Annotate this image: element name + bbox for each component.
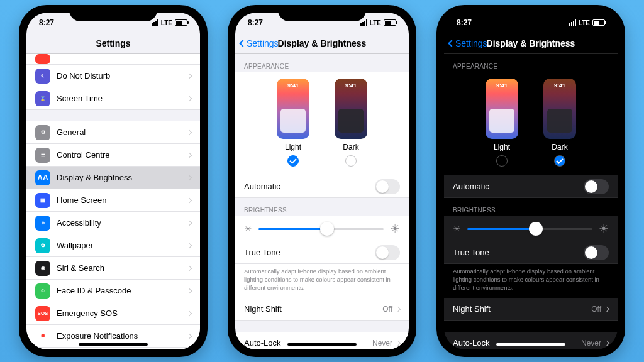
automatic-row[interactable]: Automatic	[444, 175, 618, 198]
signal-icon	[569, 19, 576, 26]
settings-row-battery[interactable]: ▮Battery	[26, 348, 200, 349]
appearance-picker: 9:41 Light 9:41 Dark	[235, 72, 409, 175]
light-radio[interactable]	[287, 155, 299, 167]
appearance-light[interactable]: 9:41 Light	[486, 79, 518, 167]
chevron-right-icon	[187, 310, 192, 315]
gear-icon: ⚙	[35, 125, 50, 140]
settings-row-face-id-passcode[interactable]: ☺Face ID & Passcode	[26, 280, 200, 302]
appearance-picker: 9:41 Light 9:41 Dark	[444, 72, 618, 175]
true-tone-row[interactable]: True Tone	[235, 241, 409, 264]
settings-row-general[interactable]: ⚙General	[26, 121, 200, 144]
AA-icon: AA	[35, 170, 50, 185]
page-title: Settings	[96, 38, 130, 48]
automatic-toggle[interactable]	[584, 179, 609, 194]
settings-row-wallpaper[interactable]: ✿Wallpaper	[26, 234, 200, 257]
dark-radio[interactable]	[554, 155, 565, 167]
row-label: Display & Brightness	[57, 173, 187, 182]
section-appearance: APPEARANCE	[444, 54, 618, 72]
appearance-dark[interactable]: 9:41 Dark	[543, 79, 576, 167]
face-icon: ☺	[35, 283, 50, 299]
home-indicator[interactable]	[496, 343, 565, 346]
SOS-icon: SOS	[35, 306, 50, 321]
page-title: Display & Brightness	[278, 38, 367, 48]
row-label: Do Not Disturb	[57, 71, 187, 80]
settings-row-siri-search[interactable]: ◉Siri & Search	[26, 257, 200, 280]
row-label: Control Centre	[57, 150, 187, 160]
display-content: APPEARANCE 9:41 Light 9:41 Dark Automati…	[235, 54, 409, 349]
grid-icon: ▦	[35, 193, 50, 208]
true-tone-label: True Tone	[244, 248, 375, 257]
status-time: 8:27	[457, 18, 472, 27]
appearance-light[interactable]: 9:41 Light	[277, 79, 309, 167]
auto-lock-row[interactable]: Auto-Lock Never	[444, 332, 618, 349]
nav-bar: Settings Display & Brightness	[235, 33, 409, 54]
row-label: Accessibility	[57, 218, 187, 228]
status-right: LTE	[152, 19, 187, 26]
automatic-label: Automatic	[244, 182, 375, 191]
light-label: Light	[285, 143, 301, 151]
auto-lock-row[interactable]: Auto-Lock Never	[235, 332, 409, 349]
home-indicator[interactable]	[79, 343, 148, 346]
nav-bar: Settings	[26, 33, 200, 54]
brightness-slider[interactable]	[467, 228, 592, 230]
automatic-toggle[interactable]	[375, 179, 400, 194]
chevron-right-icon	[187, 243, 192, 248]
settings-row-screen-time[interactable]: ⌛Screen Time	[26, 87, 200, 110]
appearance-dark[interactable]: 9:41 Dark	[335, 79, 367, 167]
page-title: Display & Brightness	[487, 38, 575, 48]
row-label: Emergency SOS	[57, 309, 187, 318]
battery-icon	[175, 19, 187, 26]
section-brightness: BRIGHTNESS	[444, 198, 618, 216]
chevron-right-icon	[604, 307, 609, 312]
display-content: APPEARANCE 9:41 Light 9:41 Dark Automati…	[444, 54, 618, 349]
back-label: Settings	[455, 38, 487, 48]
light-preview-icon: 9:41	[486, 79, 518, 139]
brightness-slider[interactable]	[258, 228, 384, 230]
light-radio[interactable]	[496, 155, 508, 167]
settings-row-do-not-disturb[interactable]: ☾Do Not Disturb	[26, 65, 200, 87]
chevron-right-icon	[187, 96, 192, 101]
true-tone-row[interactable]: True Tone	[444, 241, 618, 264]
moon-icon: ☾	[35, 69, 50, 84]
settings-row-accessibility[interactable]: ⌾Accessibility	[26, 212, 200, 234]
row-label: Face ID & Passcode	[57, 286, 187, 295]
night-shift-value: Off	[591, 305, 601, 314]
phone-display-light: 8:27 LTE Settings Display & Brightness A…	[228, 5, 416, 357]
nav-bar: Settings Display & Brightness	[444, 33, 618, 54]
home-indicator[interactable]	[287, 343, 357, 346]
flower-icon: ✿	[35, 238, 50, 253]
chevron-left-icon	[239, 40, 246, 47]
section-appearance: APPEARANCE	[235, 54, 409, 72]
dark-preview-icon: 9:41	[335, 79, 367, 139]
true-tone-toggle[interactable]	[584, 245, 609, 260]
phone-display-dark: 8:27 LTE Settings Display & Brightness A…	[436, 5, 625, 357]
battery-icon	[384, 19, 396, 26]
status-time: 8:27	[248, 18, 263, 27]
brightness-slider-row: ☀ ☀	[444, 216, 618, 241]
dark-radio[interactable]	[345, 155, 357, 167]
phone-settings: 8:27 LTE Settings ☾Do Not Disturb⌛Screen…	[19, 5, 208, 357]
true-tone-toggle[interactable]	[375, 245, 400, 260]
automatic-label: Automatic	[453, 182, 584, 191]
night-shift-row[interactable]: Night Shift Off	[444, 298, 618, 321]
settings-row-home-screen[interactable]: ▦Home Screen	[26, 189, 200, 212]
settings-row-emergency-sos[interactable]: SOSEmergency SOS	[26, 302, 200, 325]
settings-row-display-brightness[interactable]: AADisplay & Brightness	[26, 167, 200, 189]
hourglass-icon: ⌛	[35, 91, 50, 106]
settings-list[interactable]: ☾Do Not Disturb⌛Screen Time⚙General☰Cont…	[26, 54, 200, 349]
chevron-right-icon	[187, 152, 192, 157]
siri-icon: ◉	[35, 261, 50, 276]
back-button[interactable]: Settings	[240, 38, 279, 48]
chevron-right-icon	[187, 288, 192, 293]
settings-row-control-centre[interactable]: ☰Control Centre	[26, 144, 200, 167]
automatic-row[interactable]: Automatic	[235, 175, 409, 198]
true-tone-footnote: Automatically adapt iPhone display based…	[235, 264, 409, 298]
light-preview-icon: 9:41	[277, 79, 309, 139]
chevron-right-icon	[187, 265, 192, 270]
night-shift-row[interactable]: Night Shift Off	[235, 298, 409, 321]
switches-icon: ☰	[35, 148, 50, 163]
person-icon: ⌾	[35, 216, 50, 231]
back-button[interactable]: Settings	[449, 38, 487, 48]
row-label: Home Screen	[57, 195, 187, 205]
row-label: Screen Time	[57, 94, 187, 103]
